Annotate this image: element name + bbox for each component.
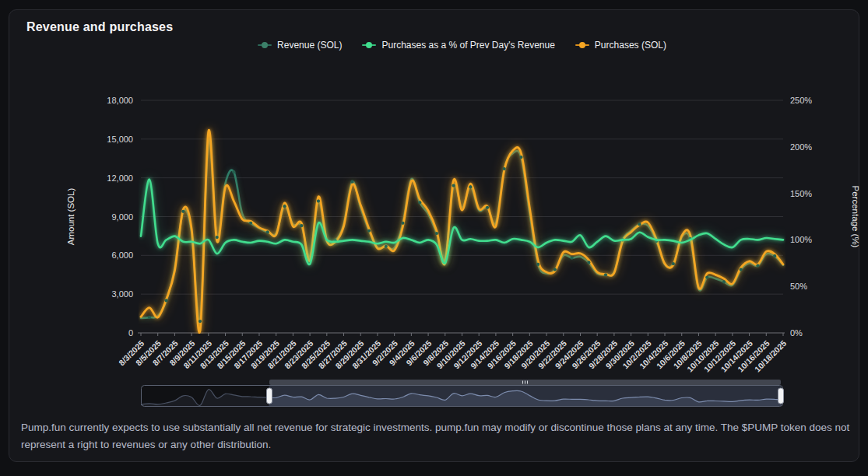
- series-layer: [141, 130, 783, 333]
- svg-text:9,000: 9,000: [111, 212, 133, 222]
- svg-text:150%: 150%: [790, 189, 812, 198]
- svg-text:50%: 50%: [790, 282, 807, 291]
- brush-selection[interactable]: [269, 386, 781, 406]
- left-axis-title: Amount (SOL): [66, 188, 76, 246]
- revenue-purchases-chart: 03,0006,0009,00012,00015,00018,0000%50%1…: [9, 10, 860, 463]
- svg-text:100%: 100%: [790, 235, 812, 244]
- svg-text:0: 0: [128, 328, 133, 338]
- svg-text:15,000: 15,000: [107, 135, 133, 144]
- svg-text:18,000: 18,000: [107, 96, 133, 105]
- x-axis-labels: 8/3/20258/5/20258/7/20258/9/20258/11/202…: [117, 333, 788, 374]
- brush: [141, 380, 784, 407]
- svg-text:3,000: 3,000: [111, 289, 133, 299]
- brush-handle-left[interactable]: [267, 388, 272, 404]
- chart-card: Revenue and purchases Revenue (SOL) Purc…: [9, 9, 859, 462]
- svg-text:0%: 0%: [790, 328, 803, 338]
- brush-unselected-region: [142, 386, 269, 406]
- svg-text:12,000: 12,000: [107, 173, 133, 183]
- svg-text:6,000: 6,000: [111, 250, 133, 260]
- right-axis-title: Percentage (%): [851, 186, 860, 248]
- plot-gridlines: [141, 100, 783, 294]
- series-purchases-line: [141, 130, 783, 333]
- y-axis-left-labels: 03,0006,0009,00012,00015,00018,000: [107, 96, 133, 338]
- svg-text:200%: 200%: [790, 142, 812, 152]
- disclaimer-text: Pump.fun currently expects to use substa…: [21, 419, 857, 453]
- svg-text:250%: 250%: [790, 96, 812, 105]
- brush-handle-right[interactable]: [778, 388, 784, 404]
- y-axis-right-labels: 0%50%100%150%200%250%: [790, 96, 812, 338]
